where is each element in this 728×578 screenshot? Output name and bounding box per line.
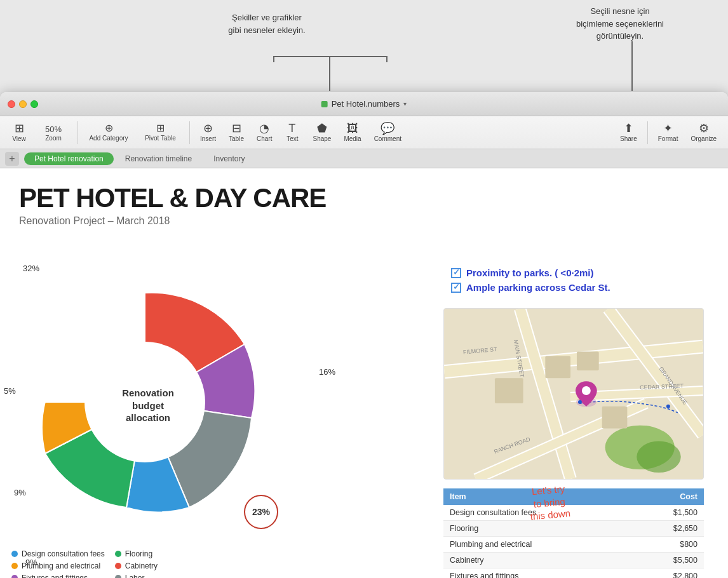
- chart-legend: Design consultation fees Plumbing and el…: [11, 549, 405, 578]
- minimize-button[interactable]: [19, 100, 27, 108]
- table-cell-cost: $2,800: [627, 568, 704, 579]
- map-svg: FILMORE ST MAIN STREET GRAND AVENUE RANC…: [444, 309, 703, 479]
- table-button[interactable]: ⊟ Table: [224, 120, 249, 145]
- table-row: Design consultation fees$1,500: [443, 505, 704, 521]
- annotation-area: Şekiller ve grafikler gibi nesneler ekle…: [0, 0, 728, 92]
- add-sheet-button[interactable]: +: [5, 152, 19, 166]
- callout-bracket: [273, 56, 388, 57]
- checkbox-2[interactable]: [451, 283, 461, 293]
- sep-2: [189, 121, 190, 144]
- table-cell-item: Flooring: [443, 521, 627, 537]
- zoom-icon: 50%: [45, 125, 62, 133]
- svg-point-25: [578, 400, 582, 404]
- add-category-icon: ⊕: [105, 123, 113, 133]
- svg-rect-20: [577, 351, 599, 370]
- chart-area[interactable]: 32% 5% 9% 16% 9%: [11, 269, 329, 542]
- chart-icon: ◔: [259, 123, 269, 134]
- sheet-tab-timeline[interactable]: Renovation timeline: [115, 152, 202, 165]
- table-row: Plumbing and electrical$800: [443, 537, 704, 553]
- share-icon: ⬆: [624, 123, 633, 134]
- table-row: Cabinetry$5,500: [443, 553, 704, 568]
- svg-rect-21: [495, 378, 523, 403]
- left-panel: 32% 5% 9% 16% 9%: [11, 262, 405, 578]
- table-cell-item: Plumbing and electrical: [443, 537, 627, 553]
- organize-button[interactable]: ⚙ Organize: [685, 120, 722, 145]
- table-row: Flooring$2,650: [443, 521, 704, 537]
- maximize-button[interactable]: [30, 100, 38, 108]
- legend-item-design: Design consultation fees: [11, 549, 105, 558]
- text-icon: Ꭲ: [289, 123, 296, 134]
- right-panel: Proximity to parks. ( <0·2mi) Ample park…: [443, 262, 717, 578]
- pivot-table-button[interactable]: ⊞ Pivot Table: [137, 121, 184, 144]
- document-subtitle: Renovation Project – March 2018: [19, 215, 709, 227]
- legend-col-2: Flooring Cabinetry Labor: [115, 549, 158, 578]
- file-icon: [321, 101, 328, 107]
- table-icon: ⊟: [232, 123, 241, 134]
- checkbox-1[interactable]: [451, 268, 461, 278]
- legend-dot-flooring: [115, 551, 121, 557]
- sep-3: [647, 121, 648, 144]
- note-item-1: Proximity to parks. ( <0·2mi): [451, 267, 709, 278]
- table-header-item: Item: [443, 488, 627, 505]
- traffic-lights: [8, 100, 38, 108]
- shape-button[interactable]: ⬟ Shape: [307, 120, 336, 145]
- comment-icon: 💬: [381, 123, 394, 134]
- doc-header: PET HOTEL & DAY CARE Renovation Project …: [0, 168, 728, 242]
- callout-right: Seçili nesne için biçimleme seçeneklerin…: [550, 5, 690, 43]
- table-row: Fixtures and fittings$2,800: [443, 568, 704, 579]
- chart-pct-9: 9%: [25, 558, 37, 567]
- insert-icon: ⊕: [203, 123, 213, 134]
- media-button[interactable]: 🖼 Media: [339, 120, 366, 145]
- note-text-2: Ample parking across Cedar St.: [466, 282, 610, 293]
- sheet-tab-inventory[interactable]: Inventory: [203, 152, 255, 165]
- share-button[interactable]: ⬆ Share: [615, 120, 642, 145]
- legend-item-flooring: Flooring: [115, 549, 158, 558]
- format-icon: ✦: [663, 123, 673, 134]
- table-cell-item: Fixtures and fittings: [443, 568, 627, 579]
- chart-pct-16: 16%: [319, 367, 335, 377]
- chart-button[interactable]: ◔ Chart: [252, 120, 277, 145]
- app-window: Pet Hotel.numbers ▾ ⊞ View 50% Zoom ⊕ Ad…: [0, 92, 728, 578]
- chart-pct-5: 5%: [4, 386, 16, 396]
- svg-rect-19: [545, 356, 570, 378]
- callout-line-right: [631, 41, 633, 91]
- chart-pct-32: 32%: [23, 264, 39, 273]
- legend-dot-cabinetry: [115, 563, 121, 569]
- organize-icon: ⚙: [699, 123, 709, 134]
- legend-item-fixtures: Fixtures and fittings: [11, 574, 105, 578]
- map-container[interactable]: FILMORE ST MAIN STREET GRAND AVENUE RANC…: [443, 308, 704, 480]
- format-button[interactable]: ✦ Format: [653, 120, 684, 145]
- chart-pct-23: 23%: [244, 495, 278, 529]
- window-title: Pet Hotel.numbers ▾: [321, 99, 407, 109]
- notes-area: Proximity to parks. ( <0·2mi) Ample park…: [443, 262, 717, 302]
- table-cell-cost: $2,650: [627, 521, 704, 537]
- media-icon: 🖼: [347, 123, 358, 134]
- table-cell-item: Design consultation fees: [443, 505, 627, 521]
- svg-rect-22: [602, 407, 628, 429]
- callout-line-left: [329, 56, 330, 91]
- document-title: PET HOTEL & DAY CARE: [19, 184, 709, 213]
- table-cell-cost: $1,500: [627, 505, 704, 521]
- note-item-2: Ample parking across Cedar St.: [451, 282, 709, 293]
- view-button[interactable]: ⊞ View: [6, 120, 32, 145]
- note-text-1: Proximity to parks. ( <0·2mi): [466, 267, 594, 278]
- callout-left: Şekiller ve grafikler gibi nesneler ekle…: [197, 11, 337, 36]
- legend-dot-plumbing: [11, 563, 18, 569]
- insert-button[interactable]: ⊕ Insert: [195, 120, 221, 145]
- table-cell-cost: $800: [627, 537, 704, 553]
- svg-point-26: [666, 405, 670, 408]
- legend-item-cabinetry: Cabinetry: [115, 561, 158, 570]
- legend-dot-fixtures: [11, 575, 18, 578]
- comment-button[interactable]: 💬 Comment: [369, 120, 407, 145]
- canvas[interactable]: PET HOTEL & DAY CARE Renovation Project …: [0, 168, 728, 578]
- legend-dot-design: [11, 551, 18, 557]
- table-cell-item: Cabinetry: [443, 553, 627, 568]
- zoom-button[interactable]: 50% Zoom: [34, 121, 72, 144]
- add-category-button[interactable]: ⊕ Add Category: [83, 121, 134, 144]
- sheet-tab-renovation[interactable]: Pet Hotel renovation: [24, 152, 114, 165]
- table-cell-cost: $5,500: [627, 553, 704, 568]
- close-button[interactable]: [8, 100, 15, 108]
- toolbar: ⊞ View 50% Zoom ⊕ Add Category ⊞ Pivot T…: [0, 116, 728, 149]
- text-button[interactable]: Ꭲ Text: [280, 120, 305, 145]
- chart-center-label: Renovation budgetallocation: [113, 387, 183, 424]
